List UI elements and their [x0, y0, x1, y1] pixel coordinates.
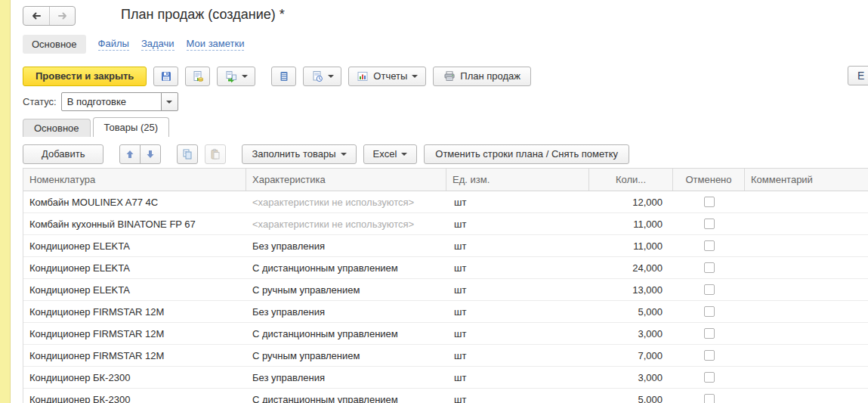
- cell-quantity[interactable]: 24,000: [589, 257, 673, 278]
- cell-characteristic[interactable]: Без управления: [246, 235, 446, 256]
- col-header-comment[interactable]: Комментарий: [745, 169, 868, 191]
- cell-unit[interactable]: шт: [446, 301, 589, 322]
- cell-characteristic[interactable]: <характеристики не используются>: [246, 191, 446, 212]
- cell-nomenclature[interactable]: Комбайн MOULINEX A77 4C: [23, 191, 246, 212]
- post-and-close-button[interactable]: Провести и закрыть: [23, 67, 147, 86]
- table-row[interactable]: Кондиционер БК-2300 С дистанционным упра…: [23, 389, 868, 403]
- cell-nomenclature[interactable]: Комбайн кухонный BINATONE FP 67: [23, 213, 246, 234]
- table-row[interactable]: Кондиционер ELEKTA Без управления шт 11,…: [23, 235, 868, 257]
- nav-item-tasks[interactable]: Задачи: [141, 38, 175, 51]
- cell-nomenclature[interactable]: Кондиционер БК-2300: [23, 367, 246, 388]
- cell-unit[interactable]: шт: [446, 345, 589, 366]
- table-row[interactable]: Кондиционер FIRMSTAR 12M С ручным управл…: [23, 345, 868, 367]
- add-row-button[interactable]: Добавить: [23, 144, 103, 164]
- create-based-on-button[interactable]: [217, 67, 255, 86]
- cell-comment[interactable]: [745, 213, 868, 234]
- cell-characteristic[interactable]: Без управления: [246, 367, 446, 388]
- cancelled-checkbox[interactable]: [704, 372, 715, 383]
- cell-characteristic[interactable]: С ручным управлением: [246, 345, 446, 366]
- cell-comment[interactable]: [745, 257, 868, 278]
- print-sales-plan-button[interactable]: План продаж: [433, 67, 531, 86]
- save-button[interactable]: [153, 67, 178, 86]
- cell-unit[interactable]: шт: [446, 213, 589, 234]
- col-header-characteristic[interactable]: Характеристика: [246, 169, 446, 191]
- cancelled-checkbox[interactable]: [704, 197, 715, 207]
- cell-quantity[interactable]: 12,000: [589, 191, 673, 212]
- cell-characteristic[interactable]: С ручным управлением: [246, 279, 446, 300]
- document-register-button[interactable]: [271, 67, 296, 86]
- cell-nomenclature[interactable]: Кондиционер FIRMSTAR 12M: [23, 301, 246, 322]
- col-header-quantity[interactable]: Коли...: [589, 169, 673, 191]
- cell-quantity[interactable]: 7,000: [589, 345, 673, 366]
- cell-comment[interactable]: [745, 345, 868, 366]
- cancelled-checkbox[interactable]: [704, 262, 715, 273]
- cancelled-checkbox[interactable]: [704, 240, 715, 251]
- cell-characteristic[interactable]: Без управления: [246, 301, 446, 322]
- cell-quantity[interactable]: 5,000: [589, 389, 673, 403]
- cell-comment[interactable]: [745, 235, 868, 256]
- back-button[interactable]: [23, 7, 49, 25]
- document-history-button[interactable]: [303, 67, 341, 86]
- move-down-button[interactable]: [140, 144, 161, 164]
- cell-comment[interactable]: [745, 279, 868, 300]
- cell-comment[interactable]: [745, 301, 868, 322]
- post-document-button[interactable]: [185, 67, 210, 86]
- cancelled-checkbox[interactable]: [704, 219, 715, 229]
- cell-nomenclature[interactable]: Кондиционер FIRMSTAR 12M: [23, 323, 246, 344]
- cell-comment[interactable]: [745, 389, 868, 403]
- table-row[interactable]: Комбайн MOULINEX A77 4C <характеристики …: [23, 191, 868, 213]
- copy-row-button[interactable]: [177, 144, 198, 164]
- cell-unit[interactable]: шт: [446, 191, 589, 212]
- cell-comment[interactable]: [745, 191, 868, 212]
- more-button[interactable]: Е: [848, 66, 868, 85]
- table-row[interactable]: Кондиционер ELEKTA С ручным управлением …: [23, 279, 868, 301]
- cell-nomenclature[interactable]: Кондиционер ELEKTA: [23, 257, 246, 278]
- cell-nomenclature[interactable]: Кондиционер ELEKTA: [23, 279, 246, 300]
- table-row[interactable]: Кондиционер FIRMSTAR 12M С дистанционным…: [23, 323, 868, 345]
- nav-item-notes[interactable]: Мои заметки: [187, 38, 245, 51]
- table-row[interactable]: Комбайн кухонный BINATONE FP 67 <характе…: [23, 213, 868, 235]
- cell-unit[interactable]: шт: [446, 257, 589, 278]
- cell-unit[interactable]: шт: [446, 279, 589, 300]
- move-up-button[interactable]: [119, 144, 141, 164]
- tab-goods[interactable]: Товары (25): [93, 117, 169, 137]
- fill-goods-button[interactable]: Заполнить товары: [242, 144, 356, 164]
- cell-nomenclature[interactable]: Кондиционер FIRMSTAR 12M: [23, 345, 246, 366]
- cell-quantity[interactable]: 13,000: [589, 279, 673, 300]
- cell-quantity[interactable]: 11,000: [589, 235, 673, 256]
- excel-button[interactable]: Excel: [363, 144, 418, 164]
- forward-button[interactable]: [49, 7, 75, 25]
- cell-comment[interactable]: [745, 323, 868, 344]
- table-row[interactable]: Кондиционер ELEKTA С дистанционным управ…: [23, 257, 868, 279]
- reports-button[interactable]: Отчеты: [348, 67, 426, 86]
- cell-unit[interactable]: шт: [446, 235, 589, 256]
- cancelled-checkbox[interactable]: [704, 394, 715, 403]
- cancelled-checkbox[interactable]: [704, 284, 715, 295]
- cancel-plan-lines-button[interactable]: Отменить строки плана / Снять пометку: [424, 144, 629, 164]
- status-input[interactable]: [61, 92, 162, 111]
- col-header-cancelled[interactable]: Отменено: [673, 169, 745, 191]
- cancelled-checkbox[interactable]: [704, 350, 715, 361]
- cell-quantity[interactable]: 11,000: [589, 213, 673, 234]
- cell-quantity[interactable]: 5,000: [589, 301, 673, 322]
- table-row[interactable]: Кондиционер FIRMSTAR 12M Без управления …: [23, 301, 868, 323]
- col-header-nomenclature[interactable]: Номенклатура: [23, 169, 246, 191]
- cell-nomenclature[interactable]: Кондиционер ELEKTA: [23, 235, 246, 256]
- table-row[interactable]: Кондиционер БК-2300 Без управления шт 3,…: [23, 367, 868, 389]
- tab-main[interactable]: Основное: [23, 119, 91, 137]
- cancelled-checkbox[interactable]: [704, 306, 715, 317]
- cell-quantity[interactable]: 3,000: [589, 367, 673, 388]
- cell-unit[interactable]: шт: [446, 323, 589, 344]
- cell-comment[interactable]: [745, 367, 868, 388]
- cell-quantity[interactable]: 3,000: [589, 323, 673, 344]
- nav-item-main[interactable]: Основное: [23, 35, 86, 54]
- cell-characteristic[interactable]: С дистанционным управлением: [246, 323, 446, 344]
- col-header-unit[interactable]: Ед. изм.: [446, 169, 589, 191]
- cell-characteristic[interactable]: С дистанционным управлением: [246, 389, 446, 403]
- status-dropdown-button[interactable]: [161, 92, 178, 111]
- cell-nomenclature[interactable]: Кондиционер БК-2300: [23, 389, 246, 403]
- cell-characteristic[interactable]: С дистанционным управлением: [246, 257, 446, 278]
- cancelled-checkbox[interactable]: [704, 328, 715, 339]
- paste-row-button[interactable]: [205, 144, 226, 164]
- cell-characteristic[interactable]: <характеристики не используются>: [246, 213, 446, 234]
